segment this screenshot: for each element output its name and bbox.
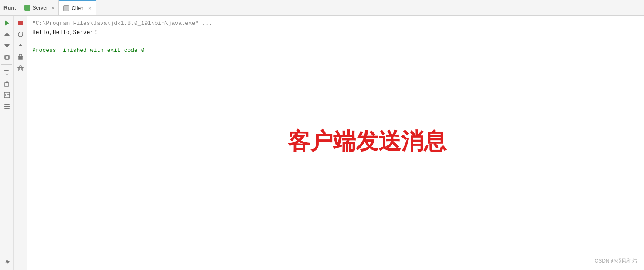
- server-tab-close[interactable]: ×: [51, 5, 54, 10]
- console-line-3: [32, 37, 639, 47]
- server-tab-label: Server: [33, 5, 48, 11]
- scroll-down-button[interactable]: [2, 41, 12, 51]
- svg-marker-2: [4, 44, 10, 48]
- toolbar-primary: [0, 16, 14, 270]
- stop-icon: [17, 20, 24, 27]
- print-button[interactable]: [16, 52, 25, 62]
- svg-rect-14: [4, 104, 10, 105]
- client-tab-icon: [63, 5, 69, 11]
- client-tab-close[interactable]: ×: [88, 6, 91, 11]
- console-output: "C:\Program Files\Java\jdk1.8.0_191\bin\…: [27, 16, 644, 270]
- layers-button[interactable]: [2, 101, 12, 111]
- print-icon: [17, 54, 24, 61]
- play-icon: [3, 20, 10, 27]
- tab-server[interactable]: Server ×: [20, 0, 59, 15]
- import-button[interactable]: [16, 41, 25, 51]
- restore-button[interactable]: [2, 79, 12, 88]
- snapshot-icon: [3, 54, 10, 61]
- svg-rect-16: [4, 108, 10, 109]
- svg-rect-26: [18, 67, 23, 71]
- rerun-button[interactable]: [2, 68, 12, 77]
- svg-point-3: [5, 56, 9, 59]
- login-button[interactable]: [2, 90, 12, 100]
- client-tab-label: Client: [71, 5, 85, 11]
- run-label: Run:: [3, 4, 17, 11]
- rerun-icon: [3, 69, 10, 76]
- rerun2-button[interactable]: [16, 30, 25, 39]
- csdn-watermark: CSDN @硕风和炜: [594, 257, 637, 265]
- svg-rect-24: [19, 58, 22, 59]
- svg-marker-1: [4, 32, 10, 36]
- delete-button[interactable]: [16, 64, 25, 73]
- svg-marker-6: [4, 70, 6, 71]
- svg-rect-28: [20, 66, 21, 67]
- pin-button[interactable]: [2, 257, 12, 267]
- login-icon: [3, 91, 10, 98]
- svg-marker-0: [5, 20, 9, 26]
- toolbar-divider-1: [1, 64, 12, 65]
- svg-rect-17: [18, 21, 23, 25]
- server-tab-icon: [24, 5, 30, 11]
- delete-icon: [17, 65, 24, 72]
- svg-rect-18: [18, 47, 23, 47]
- console-line-2: Hello,Hello,Server！: [32, 28, 639, 37]
- svg-rect-7: [4, 83, 9, 86]
- up-arrow-icon: [3, 31, 10, 38]
- console-line-4: Process finished with exit code 0: [32, 46, 639, 55]
- toolbar-secondary: [14, 16, 27, 270]
- layers-icon: [3, 103, 10, 110]
- svg-rect-22: [19, 54, 22, 57]
- scroll-up-button[interactable]: [2, 30, 12, 39]
- top-bar: Run: Server × Client ×: [0, 0, 644, 16]
- play-button[interactable]: [2, 18, 12, 28]
- svg-rect-15: [4, 106, 10, 107]
- console-line-1: "C:\Program Files\Java\jdk1.8.0_191\bin\…: [32, 19, 639, 28]
- watermark-overlay: 客户端发送消息: [288, 126, 446, 157]
- tab-client[interactable]: Client ×: [59, 0, 96, 15]
- snapshot-button[interactable]: [2, 52, 12, 62]
- svg-point-25: [22, 57, 23, 57]
- svg-rect-23: [19, 57, 22, 58]
- main-layout: "C:\Program Files\Java\jdk1.8.0_191\bin\…: [0, 16, 644, 270]
- down-arrow-icon: [3, 42, 10, 49]
- import-icon: [17, 42, 24, 49]
- rerun2-icon: [17, 31, 24, 38]
- restore-icon: [3, 80, 10, 87]
- pin-icon: [3, 258, 10, 265]
- stop-button[interactable]: [16, 18, 25, 28]
